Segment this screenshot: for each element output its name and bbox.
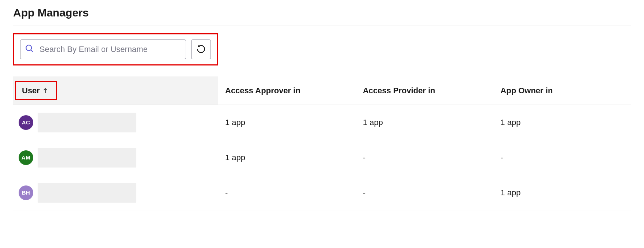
cell-app-owner: -: [493, 153, 631, 162]
refresh-icon: [196, 44, 206, 55]
svg-line-1: [31, 50, 33, 52]
cell-access-approver: -: [218, 188, 356, 198]
svg-point-0: [26, 45, 31, 50]
user-cell: BH: [13, 183, 218, 203]
cell-access-approver: 1 app: [218, 153, 356, 162]
avatar: AC: [19, 115, 33, 130]
table-header-row: User Access Approver in Access Provider …: [13, 76, 631, 105]
refresh-button[interactable]: [191, 40, 211, 59]
search-input[interactable]: [39, 44, 181, 55]
column-header-access-approver[interactable]: Access Approver in: [218, 86, 356, 95]
sort-arrow-up-icon: [42, 87, 49, 94]
table-row[interactable]: BH--1 app: [13, 175, 631, 210]
search-area-highlight: [13, 33, 218, 65]
title-divider: [13, 26, 631, 26]
table-row[interactable]: AC1 app1 app1 app: [13, 105, 631, 140]
cell-app-owner: 1 app: [493, 188, 631, 198]
cell-access-provider: 1 app: [356, 118, 493, 127]
cell-access-approver: 1 app: [218, 118, 356, 127]
cell-access-provider: -: [356, 188, 493, 198]
avatar: AM: [19, 150, 33, 165]
user-cell: AM: [13, 148, 218, 168]
column-header-access-provider[interactable]: Access Provider in: [356, 86, 493, 95]
cell-access-provider: -: [356, 153, 493, 162]
column-header-app-owner[interactable]: App Owner in: [493, 86, 631, 95]
user-name-placeholder: [38, 113, 136, 132]
search-icon: [25, 44, 34, 55]
user-cell: AC: [13, 113, 218, 132]
user-name-placeholder: [38, 148, 136, 168]
cell-app-owner: 1 app: [493, 118, 631, 127]
column-header-user[interactable]: User: [15, 81, 57, 100]
table-row[interactable]: AM1 app--: [13, 140, 631, 175]
column-header-user-label: User: [22, 86, 40, 95]
user-name-placeholder: [38, 183, 136, 203]
page-title: App Managers: [13, 7, 631, 19]
managers-table: User Access Approver in Access Provider …: [13, 76, 631, 210]
search-box[interactable]: [20, 40, 186, 59]
avatar: BH: [19, 185, 33, 200]
column-header-user-wrap: User: [13, 76, 218, 105]
